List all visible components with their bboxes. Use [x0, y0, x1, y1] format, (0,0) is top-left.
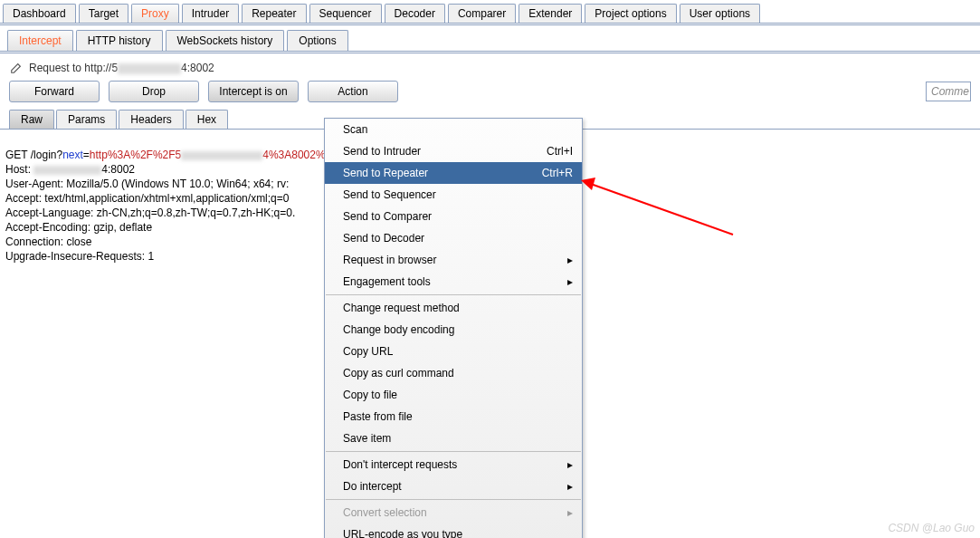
menu-item-send-to-comparer[interactable]: Send to Comparer — [325, 206, 582, 227]
main-tab-decoder[interactable]: Decoder — [385, 4, 445, 23]
main-tab-intruder[interactable]: Intruder — [182, 4, 239, 23]
menu-item-label: Send to Comparer — [343, 210, 432, 223]
main-tab-extender[interactable]: Extender — [519, 4, 582, 23]
menu-item-label: Convert selection — [343, 506, 427, 519]
menu-item-label: Change request method — [343, 302, 460, 314]
menu-item-label: Do intercept — [343, 480, 402, 493]
menu-item-engagement-tools[interactable]: Engagement tools▸ — [325, 271, 582, 293]
sub-tab-wrap: InterceptHTTP historyWebSockets historyO… — [0, 25, 980, 53]
menu-item-change-body-encoding[interactable]: Change body encoding — [325, 319, 582, 341]
menu-item-request-in-browser[interactable]: Request in browser▸ — [325, 249, 582, 271]
main-tab-repeater[interactable]: Repeater — [242, 4, 306, 23]
menu-item-convert-selection: Convert selection▸ — [325, 502, 582, 524]
request-info-bar: Request to http://54:8002 — [0, 53, 980, 81]
forward-button[interactable]: Forward — [9, 81, 100, 102]
intercept-button-row: Forward Drop Intercept is on Action Comm… — [0, 81, 980, 110]
submenu-arrow-icon: ▸ — [567, 254, 573, 266]
menu-item-label: URL-encode as you type — [343, 528, 462, 538]
menu-item-label: Copy as curl command — [343, 367, 454, 379]
main-tab-target[interactable]: Target — [79, 4, 128, 23]
menu-item-label: Send to Decoder — [343, 232, 424, 245]
menu-item-don-t-intercept-requests[interactable]: Don't intercept requests▸ — [325, 454, 582, 476]
sub-tab-options[interactable]: Options — [287, 30, 347, 51]
menu-separator — [326, 499, 581, 500]
submenu-arrow-icon: ▸ — [567, 480, 573, 493]
main-tab-user-options[interactable]: User options — [680, 4, 760, 23]
menu-item-label: Send to Repeater — [343, 167, 428, 179]
action-context-menu: ScanSend to IntruderCtrl+ISend to Repeat… — [324, 118, 583, 538]
submenu-arrow-icon: ▸ — [567, 275, 573, 288]
view-tab-headers[interactable]: Headers — [119, 110, 183, 129]
menu-item-scan[interactable]: Scan — [325, 119, 582, 140]
menu-item-send-to-decoder[interactable]: Send to Decoder — [325, 227, 582, 249]
menu-item-label: Save item — [343, 432, 391, 445]
menu-item-save-item[interactable]: Save item — [325, 428, 582, 449]
menu-item-send-to-intruder[interactable]: Send to IntruderCtrl+I — [325, 140, 582, 162]
menu-item-url-encode-as-you-type[interactable]: URL-encode as you type — [325, 524, 582, 538]
menu-item-label: Paste from file — [343, 410, 413, 423]
menu-item-send-to-repeater[interactable]: Send to RepeaterCtrl+R — [325, 162, 582, 184]
main-tab-bar: DashboardTargetProxyIntruderRepeaterSequ… — [0, 0, 980, 25]
main-tab-proxy[interactable]: Proxy — [131, 4, 179, 23]
sub-tab-websockets-history[interactable]: WebSockets history — [166, 30, 285, 51]
menu-item-do-intercept[interactable]: Do intercept▸ — [325, 476, 582, 497]
comment-input[interactable]: Comme — [926, 82, 971, 101]
menu-shortcut: Ctrl+R — [524, 167, 573, 179]
sub-tab-http-history[interactable]: HTTP history — [76, 30, 163, 51]
menu-item-send-to-sequencer[interactable]: Send to Sequencer — [325, 184, 582, 206]
menu-item-label: Engagement tools — [343, 275, 431, 288]
menu-item-label: Send to Sequencer — [343, 188, 436, 201]
menu-item-label: Send to Intruder — [343, 145, 421, 158]
menu-item-label: Don't intercept requests — [343, 458, 457, 471]
watermark: CSDN @Lao Guo — [888, 522, 975, 534]
main-tab-comparer[interactable]: Comparer — [448, 4, 516, 23]
edit-icon[interactable] — [9, 61, 24, 75]
main-tab-project-options[interactable]: Project options — [585, 4, 676, 23]
main-tab-dashboard[interactable]: Dashboard — [3, 4, 76, 23]
menu-item-label: Copy to file — [343, 389, 397, 401]
main-tab-sequencer[interactable]: Sequencer — [309, 4, 382, 23]
menu-item-label: Change body encoding — [343, 323, 454, 336]
menu-item-copy-to-file[interactable]: Copy to file — [325, 384, 582, 406]
menu-item-change-request-method[interactable]: Change request method — [325, 297, 582, 319]
menu-item-copy-as-curl-command[interactable]: Copy as curl command — [325, 362, 582, 384]
menu-separator — [326, 451, 581, 452]
intercept-toggle-button[interactable]: Intercept is on — [208, 81, 299, 102]
sub-tab-intercept[interactable]: Intercept — [7, 30, 73, 51]
submenu-arrow-icon: ▸ — [567, 458, 573, 471]
action-button[interactable]: Action — [308, 81, 398, 102]
menu-item-label: Scan — [343, 123, 367, 136]
menu-item-label: Request in browser — [343, 254, 436, 266]
view-tab-hex[interactable]: Hex — [186, 110, 228, 129]
drop-button[interactable]: Drop — [109, 81, 199, 102]
menu-item-label: Copy URL — [343, 345, 393, 358]
submenu-arrow-icon: ▸ — [567, 506, 573, 519]
menu-shortcut: Ctrl+I — [528, 145, 573, 158]
view-tab-params[interactable]: Params — [56, 110, 117, 129]
menu-item-paste-from-file[interactable]: Paste from file — [325, 406, 582, 428]
view-tab-raw[interactable]: Raw — [9, 110, 54, 129]
menu-separator — [326, 294, 581, 295]
request-target-label: Request to http://54:8002 — [29, 62, 214, 74]
menu-item-copy-url[interactable]: Copy URL — [325, 341, 582, 362]
